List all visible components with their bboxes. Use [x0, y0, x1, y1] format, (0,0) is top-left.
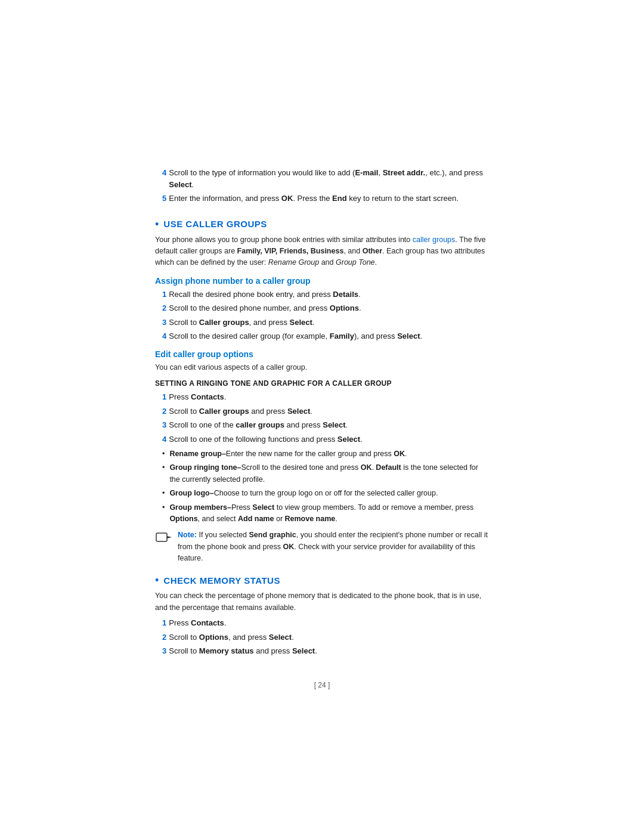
- ringing-step-4-text: Scroll to one of the following functions…: [169, 433, 489, 445]
- edit-callergroup-title: Edit caller group options: [155, 349, 489, 359]
- ringing-step-3-text: Scroll to one of the caller groups and p…: [169, 419, 489, 431]
- ringing-step-2: 2 Scroll to Caller groups and press Sele…: [162, 405, 489, 417]
- intro-step-4: 4 Scroll to the type of information you …: [162, 167, 489, 190]
- bold-select-m2: Select: [269, 633, 292, 642]
- bold-grouplogo-label: Group logo–: [169, 489, 213, 497]
- memory-step-3-text: Scroll to Memory status and press Select…: [169, 645, 489, 657]
- bullet-groupmembers: Group members–Press Select to view group…: [162, 502, 489, 525]
- italic-rename: Rename Group: [268, 258, 319, 267]
- ringing-step-4: 4 Scroll to one of the following functio…: [162, 433, 489, 445]
- bold-details: Details: [333, 290, 358, 299]
- memory-step-1: 1 Press Contacts.: [162, 617, 489, 629]
- assign-step-num-3: 3: [162, 317, 166, 329]
- ringing-step-1: 1 Press Contacts.: [162, 391, 489, 403]
- bold-select-3: Select: [290, 318, 312, 327]
- assign-step-2: 2 Scroll to the desired phone number, an…: [162, 302, 489, 314]
- bold-select-4b: Select: [397, 332, 420, 340]
- bold-contacts-r1: Contacts: [191, 392, 224, 401]
- svg-rect-0: [156, 533, 167, 541]
- page-content: 4 Scroll to the type of information you …: [0, 0, 644, 833]
- intro-step-5-text: Enter the information, and press OK. Pre…: [169, 193, 489, 205]
- memory-step-2-text: Scroll to Options, and press Select.: [169, 631, 489, 643]
- bold-end-5: End: [332, 194, 347, 203]
- bold-groups: Family, VIP, Friends, Business: [237, 247, 344, 255]
- bold-removename: Remove name: [285, 515, 336, 523]
- memory-step-num-1: 1: [162, 617, 166, 629]
- intro-step-5: 5 Enter the information, and press OK. P…: [162, 193, 489, 205]
- assign-step-4: 4 Scroll to the desired caller group (fo…: [162, 330, 489, 342]
- assign-step-1-text: Recall the desired phone book entry, and…: [169, 289, 489, 301]
- assign-step-num-1: 1: [162, 289, 166, 301]
- note-text: Note: If you selected Send graphic, you …: [178, 529, 489, 564]
- section2-intro: You can check the percentage of phone me…: [155, 590, 489, 614]
- section2-title: CHECK MEMORY STATUS: [163, 575, 280, 586]
- section1-body: Your phone allows you to group phone boo…: [155, 234, 489, 269]
- assign-step-4-text: Scroll to the desired caller group (for …: [169, 330, 489, 342]
- assign-step-2-text: Scroll to the desired phone number, and …: [169, 302, 489, 314]
- bold-ok-ringtone: OK: [361, 463, 372, 472]
- check-memory-section: • CHECK MEMORY STATUS: [155, 575, 489, 586]
- bold-ok-rename: OK: [394, 450, 405, 458]
- bold-ok-note: OK: [283, 543, 295, 551]
- intro-step-4-text: Scroll to the type of information you wo…: [169, 167, 489, 190]
- bold-callergroups-r2: Caller groups: [199, 407, 249, 416]
- bold-default: Default: [376, 463, 401, 472]
- section1-bullet: •: [155, 219, 159, 230]
- bold-sendgraphic: Send graphic: [249, 531, 296, 539]
- use-caller-groups-section: • USE CALLER GROUPS: [155, 219, 489, 230]
- assign-step-3-text: Scroll to Caller groups, and press Selec…: [169, 317, 489, 329]
- bold-select-r2: Select: [287, 407, 310, 416]
- bullet-grouplogo-text: Group logo–Choose to turn the group logo…: [169, 488, 438, 499]
- italic-grouptone: Group Tone: [336, 258, 375, 267]
- bold-callergroups-r3: caller groups: [236, 420, 284, 429]
- bold-select-m3: Select: [292, 646, 315, 655]
- bullet-grouplogo: Group logo–Choose to turn the group logo…: [162, 488, 489, 499]
- assign-step-1: 1 Recall the desired phone book entry, a…: [162, 289, 489, 301]
- bold-callergroups-3: Caller groups: [199, 318, 249, 327]
- memory-step-num-2: 2: [162, 631, 166, 643]
- assign-step-num-2: 2: [162, 302, 166, 314]
- bold-family: Family: [330, 332, 354, 340]
- assign-step-3: 3 Scroll to Caller groups, and press Sel…: [162, 317, 489, 329]
- memory-step-3: 3 Scroll to Memory status and press Sele…: [162, 645, 489, 657]
- note-icon: [155, 531, 173, 544]
- bold-addname: Add name: [238, 515, 274, 523]
- bold-other: Other: [363, 247, 382, 255]
- ringing-step-1-text: Press Contacts.: [169, 391, 489, 403]
- ringing-steps: 1 Press Contacts. 2 Scroll to Caller gro…: [162, 391, 489, 445]
- ringing-step-3: 3 Scroll to one of the caller groups and…: [162, 419, 489, 431]
- bullet-groupmembers-text: Group members–Press Select to view group…: [169, 502, 489, 525]
- bold-email: E-mail: [355, 168, 378, 177]
- bold-rename-label: Rename group–: [169, 450, 225, 458]
- bold-street: Street addr.: [383, 168, 426, 177]
- svg-marker-1: [167, 536, 172, 538]
- bullet-rename: Rename group–Enter the new name for the …: [162, 448, 489, 460]
- caller-group-options-list: Rename group–Enter the new name for the …: [162, 448, 489, 525]
- assign-phone-steps: 1 Recall the desired phone book entry, a…: [162, 289, 489, 342]
- bold-select-members: Select: [252, 503, 274, 512]
- bold-contacts-m1: Contacts: [191, 618, 224, 627]
- page-number: [ 24 ]: [155, 681, 489, 689]
- ringing-step-2-text: Scroll to Caller groups and press Select…: [169, 405, 489, 417]
- ringing-step-num-4: 4: [162, 433, 166, 445]
- bold-memorystatus-m3: Memory status: [199, 646, 254, 655]
- bold-options-m2: Options: [199, 633, 228, 642]
- caller-groups-link[interactable]: caller groups: [413, 236, 456, 244]
- section1-title: USE CALLER GROUPS: [163, 219, 267, 229]
- ringing-step-num-1: 1: [162, 391, 166, 403]
- note-label: Note:: [178, 531, 197, 539]
- ringing-step-num-3: 3: [162, 419, 166, 431]
- bold-select-4: Select: [169, 180, 191, 189]
- section2-bullet: •: [155, 575, 159, 586]
- bold-select-r3: Select: [323, 420, 345, 429]
- memory-step-1-text: Press Contacts.: [169, 617, 489, 629]
- intro-steps: 4 Scroll to the type of information you …: [162, 167, 489, 205]
- bold-ok-5: OK: [281, 194, 293, 203]
- memory-steps: 1 Press Contacts. 2 Scroll to Options, a…: [162, 617, 489, 657]
- bullet-ringtone: Group ringing tone–Scroll to the desired…: [162, 462, 489, 485]
- memory-step-2: 2 Scroll to Options, and press Select.: [162, 631, 489, 643]
- ringing-tone-header: SETTING A RINGING TONE AND GRAPHIC FOR A…: [155, 379, 489, 388]
- note-box: Note: If you selected Send graphic, you …: [155, 529, 489, 564]
- ringing-step-num-2: 2: [162, 405, 166, 417]
- edit-callergroup-intro: You can edit various aspects of a caller…: [155, 362, 489, 373]
